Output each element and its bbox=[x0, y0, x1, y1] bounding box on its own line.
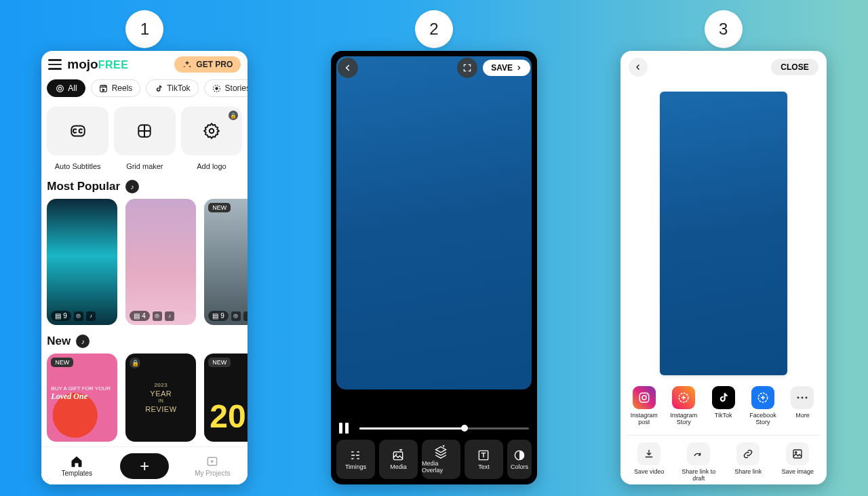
close-button[interactable]: CLOSE bbox=[771, 59, 818, 75]
tool-label-subtitles: Auto Subtitles bbox=[47, 158, 108, 170]
template-card[interactable]: NEW BUY A GIFT FOR YOURLoved One bbox=[47, 354, 117, 442]
tool-colors[interactable]: Colors bbox=[507, 440, 532, 479]
media-icon bbox=[391, 449, 405, 462]
expand-icon bbox=[462, 63, 472, 73]
lock-icon: 🔒 bbox=[130, 358, 140, 368]
instagram-icon: ◎ bbox=[153, 311, 162, 321]
card-page-count: ▤ 4 bbox=[130, 311, 150, 321]
template-card[interactable]: ▤ 4 ◎ ♪ bbox=[125, 199, 196, 325]
chip-stories[interactable]: Stories bbox=[204, 79, 248, 97]
create-button[interactable]: + bbox=[120, 453, 169, 479]
phone-2: SAVE Timings Media bbox=[331, 51, 537, 484]
svg-point-22 bbox=[806, 397, 808, 399]
card-page-count: ▤ 9 bbox=[51, 311, 71, 321]
action-save-video[interactable]: Save video bbox=[625, 442, 673, 482]
tool-grid-maker[interactable] bbox=[114, 107, 176, 155]
tool-label-logo: Add logo bbox=[181, 158, 243, 170]
get-pro-button[interactable]: GET PRO bbox=[174, 56, 241, 73]
plus-icon: + bbox=[140, 458, 149, 474]
colors-icon bbox=[513, 449, 526, 462]
save-button[interactable]: SAVE bbox=[483, 60, 530, 76]
editor-canvas[interactable] bbox=[336, 56, 532, 389]
chip-tiktok[interactable]: TikTok bbox=[146, 79, 198, 97]
action-save-image[interactable]: Save image bbox=[774, 442, 821, 482]
menu-icon[interactable] bbox=[48, 59, 62, 70]
image-icon bbox=[786, 442, 809, 465]
svg-rect-15 bbox=[639, 393, 649, 402]
projects-icon bbox=[205, 455, 219, 468]
stories-icon bbox=[212, 83, 222, 93]
svg-point-12 bbox=[396, 453, 397, 455]
preview-canvas bbox=[660, 92, 787, 375]
music-icon: ♪ bbox=[76, 335, 90, 348]
svg-point-21 bbox=[802, 397, 804, 399]
template-card[interactable]: ▤ 9 ◎ ♪ bbox=[47, 199, 117, 325]
tiktok-icon: ♪ bbox=[86, 311, 96, 321]
back-button[interactable] bbox=[629, 58, 648, 77]
lock-icon: 🔒 bbox=[229, 111, 238, 120]
tiktok-icon bbox=[712, 386, 735, 409]
nav-templates[interactable]: Templates bbox=[50, 455, 104, 477]
new-tag: NEW bbox=[208, 358, 231, 367]
gear-icon bbox=[203, 122, 220, 140]
share-more[interactable]: More bbox=[783, 386, 822, 425]
home-icon bbox=[70, 455, 83, 468]
card-page-count: ▤ 9 bbox=[208, 311, 229, 321]
instagram-icon bbox=[633, 386, 656, 409]
tool-media-overlay[interactable]: Media Overlay bbox=[422, 440, 460, 479]
svg-point-9 bbox=[210, 129, 214, 134]
svg-point-24 bbox=[795, 452, 797, 453]
share-instagram-post[interactable]: Instagram post bbox=[625, 386, 664, 425]
fullscreen-button[interactable] bbox=[457, 58, 477, 78]
svg-point-16 bbox=[642, 396, 646, 400]
card-text: 2023 YEAR IN REVIEW bbox=[145, 382, 176, 413]
timeline-slider[interactable] bbox=[359, 427, 529, 430]
svg-rect-23 bbox=[793, 450, 802, 458]
chevron-left-icon bbox=[634, 63, 642, 71]
nav-projects[interactable]: My Projects bbox=[185, 455, 239, 477]
chip-all[interactable]: All bbox=[47, 79, 85, 97]
music-icon: ♪ bbox=[125, 180, 139, 193]
action-share-link[interactable]: Share link bbox=[724, 442, 772, 482]
template-card[interactable]: NEW THANK 20 bbox=[204, 354, 248, 442]
download-icon bbox=[637, 442, 660, 465]
section-new-title: New bbox=[47, 335, 71, 348]
chevron-left-icon bbox=[343, 63, 353, 73]
facebook-story-icon bbox=[751, 386, 774, 409]
tool-media[interactable]: Media bbox=[379, 440, 418, 479]
template-card[interactable]: NEW ▤ 9 ◎ ♪ bbox=[204, 199, 248, 325]
template-card[interactable]: 🔒 2023 YEAR IN REVIEW bbox=[125, 354, 196, 442]
timings-icon bbox=[349, 449, 362, 462]
step-number-3: 3 bbox=[705, 10, 743, 48]
phone-1: mojoFREE GET PRO All Reels Ti bbox=[41, 51, 248, 484]
tool-text[interactable]: Text bbox=[465, 440, 503, 479]
section-popular-title: Most Popular bbox=[47, 180, 120, 193]
instagram-icon: ◎ bbox=[231, 311, 241, 321]
grid-icon bbox=[136, 122, 153, 140]
share-instagram-story[interactable]: Instagram Story bbox=[664, 386, 703, 425]
reels-icon bbox=[99, 83, 108, 93]
action-share-draft[interactable]: Share link to draft bbox=[675, 442, 722, 482]
tool-label-grid: Grid maker bbox=[114, 158, 176, 170]
back-button[interactable] bbox=[338, 58, 358, 78]
share-facebook-story[interactable]: Facebook Story bbox=[743, 386, 783, 425]
new-tag: NEW bbox=[51, 358, 73, 367]
more-icon bbox=[791, 386, 814, 409]
tool-timings[interactable]: Timings bbox=[336, 440, 375, 479]
share-tiktok[interactable]: TikTok bbox=[703, 386, 743, 425]
text-icon bbox=[477, 449, 490, 462]
sparkle-icon bbox=[182, 60, 192, 69]
chip-reels[interactable]: Reels bbox=[91, 79, 141, 97]
target-icon bbox=[55, 83, 64, 93]
pause-button[interactable] bbox=[339, 423, 351, 434]
step-number-1: 1 bbox=[125, 10, 163, 48]
tiktok-icon: ♪ bbox=[165, 311, 174, 321]
tiktok-icon: ♪ bbox=[243, 311, 248, 321]
tool-add-logo[interactable]: 🔒 bbox=[181, 107, 243, 155]
new-tag: NEW bbox=[208, 203, 231, 212]
step-number-2: 2 bbox=[415, 10, 453, 48]
svg-point-1 bbox=[58, 87, 61, 90]
instagram-icon: ◎ bbox=[74, 311, 83, 321]
tool-auto-subtitles[interactable] bbox=[47, 107, 108, 155]
phone-3: CLOSE Instagram post Instagram Story bbox=[620, 51, 827, 484]
